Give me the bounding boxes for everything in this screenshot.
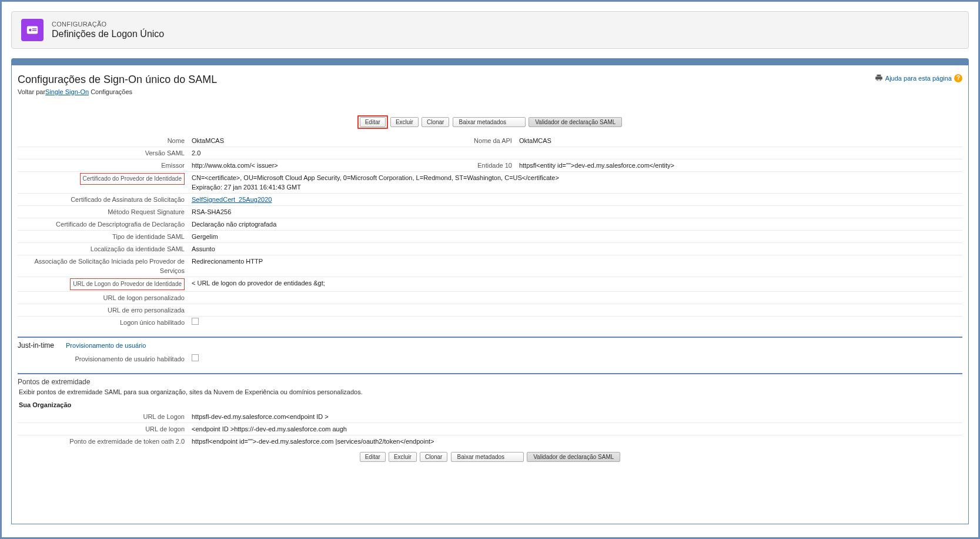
label-idp-cert: Certificado do Provedor de Identidade: [18, 172, 188, 194]
saml-validator-button[interactable]: Validador de declaração SAML: [529, 117, 622, 127]
saml-detail-table: Nome OktaMCAS Nome da API OktaMCAS Versã…: [18, 135, 962, 328]
top-button-row: Editar Excluir Clonar Baixar metadados V…: [18, 115, 962, 129]
value-login-url2: <endpoint ID >https://-dev-ed.my.salesfo…: [188, 423, 962, 435]
clone-button-bottom[interactable]: Clonar: [420, 452, 447, 462]
value-issuer: http://www.okta.com/< issuer>: [188, 159, 445, 172]
value-idp-login-url: < URL de logon do provedor de entidades …: [188, 277, 962, 292]
help-link[interactable]: Ajuda para esta página ?: [875, 74, 962, 83]
label-sso-enabled: Logon único habilitado: [18, 317, 188, 329]
help-icon: ?: [954, 74, 962, 82]
user-provisioning-tab[interactable]: Provisionamento de usuário: [66, 342, 146, 349]
value-oauth-endpoint: httpsfl<endpoint id="">-dev-ed.my.salesf…: [188, 435, 962, 448]
label-api-name: Nome da API: [445, 135, 516, 147]
clone-button[interactable]: Clonar: [422, 117, 449, 127]
label-entity-id: Entidade 10: [445, 159, 516, 172]
value-login-url: httpsfl-dev-ed.my.salesforce.com<endpoin…: [188, 411, 962, 423]
download-metadata-button[interactable]: Baixar metadados: [453, 117, 526, 127]
header-eyebrow: CONFIGURAÇÃO: [52, 21, 164, 28]
print-icon: [875, 74, 883, 83]
saml-validator-button-bottom[interactable]: Validador de declaração SAML: [527, 452, 620, 462]
delete-button[interactable]: Excluir: [390, 117, 419, 127]
header-title: Definições de Logon Único: [52, 29, 164, 39]
edit-highlight: Editar: [357, 115, 388, 129]
back-link[interactable]: Single Sign-On: [45, 88, 89, 95]
label-issuer: Emissor: [18, 159, 188, 172]
value-assertion-decrypt: Declaração não criptografada: [188, 218, 962, 231]
your-org-heading: Sua Organização: [19, 401, 962, 408]
svg-point-1: [29, 29, 31, 31]
value-api-name: OktaMCAS: [516, 135, 962, 147]
label-oauth-endpoint: Ponto de extremidade de token oath 2.0: [18, 435, 188, 448]
delete-button-bottom[interactable]: Excluir: [389, 452, 417, 462]
breadcrumb: Voltar parSingle Sign-On Configurações: [18, 88, 217, 95]
sso-enabled-checkbox: [192, 318, 199, 325]
label-login-url: URL de Logon: [18, 411, 188, 423]
endpoints-title: Pontos de extremidade: [18, 378, 962, 386]
value-req-sign-cert[interactable]: SelfSignedCert_25Aug2020: [192, 196, 272, 203]
edit-button[interactable]: Editar: [360, 117, 386, 127]
sso-settings-icon: [21, 19, 44, 41]
value-identity-location: Assunto: [188, 243, 962, 255]
jit-tab[interactable]: Just-in-time: [18, 341, 54, 350]
endpoints-desc: Exibir pontos de extremidade SAML para s…: [19, 388, 962, 395]
label-idp-login-url: URL de Logon do Provedor de Identidade: [18, 277, 188, 292]
svg-rect-3: [32, 30, 36, 31]
label-identity-location: Localização da identidade SAML: [18, 243, 188, 255]
bottom-button-row: Editar Excluir Clonar Baixar metadados V…: [18, 452, 962, 462]
value-req-sig-method: RSA-SHA256: [188, 206, 962, 218]
label-custom-error-url: URL de erro personalizada: [18, 304, 188, 317]
label-req-sig-method: Método Request Signature: [18, 206, 188, 218]
content-top-strip: [11, 58, 969, 65]
value-sp-binding: Redirecionamento HTTP: [188, 255, 962, 277]
page-title: Configurações de Sign-On único do SAML: [18, 74, 217, 86]
label-custom-login-url: URL de logon personalizado: [18, 292, 188, 304]
value-custom-error-url: [188, 304, 962, 317]
label-req-sign-cert: Certificado de Assinatura de Solicitação: [18, 194, 188, 206]
download-metadata-button-bottom[interactable]: Baixar metadados: [451, 452, 524, 462]
section-divider-2: [18, 373, 962, 374]
label-login-url2: URL de logon: [18, 423, 188, 435]
value-saml-version: 2.0: [188, 147, 445, 159]
value-idp-cert: CN=<certificate>, OU=Microsoft Cloud App…: [188, 172, 962, 194]
label-saml-version: Versão SAML: [18, 147, 188, 159]
value-identity-type: Gergelim: [188, 231, 962, 243]
section-divider: [18, 337, 962, 338]
setup-header: CONFIGURAÇÃO Definições de Logon Único: [11, 11, 969, 49]
value-name: OktaMCAS: [188, 135, 445, 147]
label-identity-type: Tipo de identidade SAML: [18, 231, 188, 243]
user-prov-checkbox: [192, 354, 199, 361]
svg-rect-2: [32, 28, 36, 29]
value-entity-id: httpsfl<entity id="">dev-ed.my.salesforc…: [516, 159, 962, 172]
edit-button-bottom[interactable]: Editar: [360, 452, 386, 462]
label-name: Nome: [18, 135, 188, 147]
label-assertion-decrypt: Certificado de Descriptografia de Declar…: [18, 218, 188, 231]
label-user-prov-enabled: Provisionamento de usuário habilitado: [18, 353, 188, 365]
value-custom-login-url: [188, 292, 962, 304]
label-sp-binding: Associação de Solicitação Iniciada pelo …: [18, 255, 188, 277]
